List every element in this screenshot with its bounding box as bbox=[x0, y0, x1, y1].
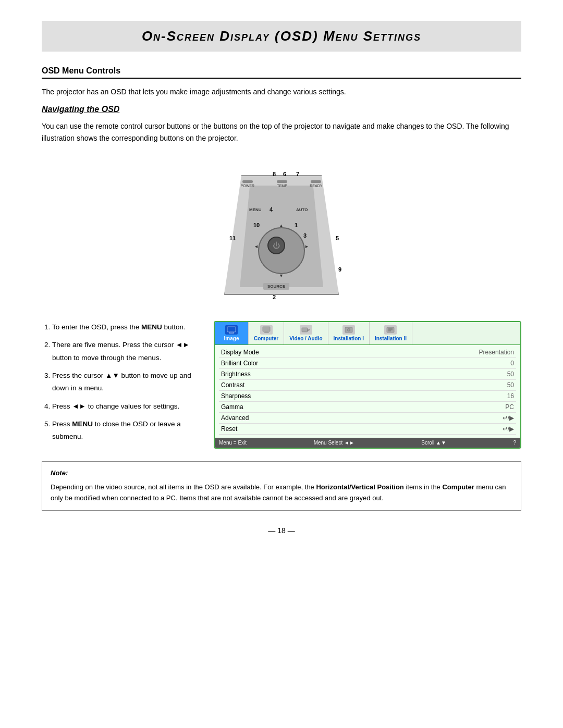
osd-tab-computer[interactable]: Computer bbox=[249, 322, 284, 344]
callout-5: 5 bbox=[336, 235, 339, 241]
gamma-key: Gamma bbox=[221, 403, 243, 411]
ready-label: READY bbox=[310, 184, 322, 188]
osd-row-reset: Reset ↵/▶ bbox=[219, 424, 516, 435]
brilliant-color-key: Brilliant Color bbox=[221, 360, 258, 367]
video-audio-tab-label: Video / Audio bbox=[289, 336, 322, 341]
gamma-val: PC bbox=[505, 403, 514, 411]
osd-row-brilliant-color: Brilliant Color 0 bbox=[219, 358, 516, 369]
osd-footer: Menu = Exit Menu Select ◄► Scroll ▲▼ ? bbox=[215, 438, 520, 448]
computer-tab-icon bbox=[260, 325, 273, 335]
menu-bold-1: MENU bbox=[141, 323, 162, 331]
osd-tab-installation-1[interactable]: Installation I bbox=[328, 322, 370, 344]
svg-rect-3 bbox=[263, 327, 270, 331]
osd-row-contrast: Contrast 50 bbox=[219, 380, 516, 391]
power-indicator: POWER bbox=[241, 180, 254, 188]
installation2-tab-label: Installation II bbox=[375, 336, 407, 341]
sharpness-val: 16 bbox=[507, 392, 514, 400]
osd-screenshot: Image Computer bbox=[214, 321, 521, 449]
osd-row-brightness: Brightness 50 bbox=[219, 369, 516, 380]
callout-2: 2 bbox=[273, 294, 276, 300]
svg-rect-0 bbox=[227, 327, 236, 332]
image-tab-label: Image bbox=[224, 336, 239, 341]
step-5: Press MENU to close the OSD or leave a s… bbox=[52, 418, 198, 443]
source-button: SOURCE bbox=[263, 283, 289, 290]
computer-bold: Computer bbox=[442, 483, 474, 491]
osd-row-display-mode: Display Mode Presentation bbox=[219, 347, 516, 358]
temp-light bbox=[277, 180, 287, 183]
osd-tab-video-audio[interactable]: Video / Audio bbox=[284, 322, 328, 344]
temp-label: TEMP bbox=[277, 184, 287, 188]
step-2: There are five menus. Press the cursor ◄… bbox=[52, 339, 198, 364]
projector-diagram: POWER TEMP READY 8 6 7 4 10 1 3 11 5 9 2… bbox=[214, 154, 349, 305]
footer-help: ? bbox=[513, 440, 516, 446]
reset-key: Reset bbox=[221, 425, 237, 433]
footer-menu-select: Menu Select ◄► bbox=[314, 440, 354, 446]
callout-9: 9 bbox=[338, 266, 341, 273]
brightness-key: Brightness bbox=[221, 371, 251, 378]
menu-button-label: MENU bbox=[249, 207, 262, 212]
osd-tabs: Image Computer bbox=[215, 322, 520, 345]
callout-8: 8 bbox=[273, 171, 276, 177]
step-3: Press the cursor ▲▼ button to move up an… bbox=[52, 369, 198, 395]
footer-scroll: Scroll ▲▼ bbox=[421, 440, 446, 446]
nav-description: You can use the remote control cursor bu… bbox=[42, 120, 521, 144]
advanced-key: Advanced bbox=[221, 414, 249, 422]
sharpness-key: Sharpness bbox=[221, 392, 251, 400]
menu-bold-2: MENU bbox=[72, 420, 93, 428]
steps-list: To enter the OSD, press the MENU button.… bbox=[42, 321, 198, 443]
brilliant-color-val: 0 bbox=[510, 360, 514, 367]
step-4: Press ◄► to change values for settings. bbox=[52, 400, 198, 413]
svg-marker-7 bbox=[308, 329, 310, 331]
osd-row-sharpness: Sharpness 16 bbox=[219, 391, 516, 402]
dpad-up-arrow: ▲ bbox=[279, 223, 284, 228]
dpad-right-arrow: ► bbox=[304, 244, 309, 249]
temp-indicator: TEMP bbox=[277, 180, 287, 188]
osd-row-gamma: Gamma PC bbox=[219, 402, 516, 413]
video-audio-svg-icon bbox=[301, 326, 311, 334]
content-two-col: To enter the OSD, press the MENU button.… bbox=[42, 321, 521, 449]
osd-row-advanced: Advanced ↵/▶ bbox=[219, 413, 516, 424]
callout-11: 11 bbox=[229, 235, 236, 241]
brightness-val: 50 bbox=[507, 371, 514, 378]
steps-column: To enter the OSD, press the MENU button.… bbox=[42, 321, 198, 448]
section-heading: OSD Menu Controls bbox=[42, 66, 521, 79]
reset-val: ↵/▶ bbox=[503, 425, 514, 433]
display-mode-key: Display Mode bbox=[221, 349, 259, 356]
computer-svg-icon bbox=[262, 326, 271, 334]
video-tab-icon bbox=[300, 325, 312, 335]
projector-diagram-container: POWER TEMP READY 8 6 7 4 10 1 3 11 5 9 2… bbox=[42, 154, 521, 305]
step-1: To enter the OSD, press the MENU button. bbox=[52, 321, 198, 334]
install1-svg-icon bbox=[344, 326, 353, 334]
power-button: ⏻ bbox=[267, 237, 285, 254]
osd-screenshot-column: Image Computer bbox=[214, 321, 521, 449]
osd-tab-image[interactable]: Image bbox=[215, 322, 249, 344]
note-box: Note: Depending on the video source, not… bbox=[42, 461, 521, 510]
indicator-lights: POWER TEMP READY bbox=[229, 180, 334, 188]
dpad-area: ⏻ ▲ ▼ ◄ ► bbox=[253, 222, 310, 279]
sub-heading: Navigating the OSD bbox=[42, 105, 521, 114]
display-mode-val: Presentation bbox=[479, 349, 514, 356]
install2-svg-icon bbox=[386, 326, 395, 334]
computer-tab-label: Computer bbox=[254, 336, 278, 341]
dpad-left-arrow: ◄ bbox=[254, 244, 259, 249]
page-number: — 18 — bbox=[42, 526, 521, 535]
auto-button-label: AUTO bbox=[296, 207, 308, 212]
ready-indicator: READY bbox=[310, 180, 322, 188]
advanced-val: ↵/▶ bbox=[503, 414, 514, 422]
note-label: Note: bbox=[51, 468, 512, 479]
ready-light bbox=[311, 180, 321, 183]
power-icon: ⏻ bbox=[273, 241, 280, 250]
callout-7: 7 bbox=[296, 171, 299, 177]
dpad-down-arrow: ▼ bbox=[279, 273, 284, 278]
callout-6: 6 bbox=[283, 171, 286, 177]
power-label: POWER bbox=[241, 184, 254, 188]
power-light bbox=[242, 180, 253, 183]
installation2-tab-icon bbox=[384, 325, 397, 335]
monitor-svg-icon bbox=[227, 326, 236, 334]
footer-menu-exit: Menu = Exit bbox=[219, 440, 247, 446]
contrast-key: Contrast bbox=[221, 381, 244, 389]
horizontal-bold: Horizontal/Vertical Position bbox=[316, 483, 403, 491]
intro-text: The projector has an OSD that lets you m… bbox=[42, 86, 521, 97]
osd-tab-installation-2[interactable]: Installation II bbox=[370, 322, 412, 344]
installation1-tab-icon bbox=[342, 325, 355, 335]
